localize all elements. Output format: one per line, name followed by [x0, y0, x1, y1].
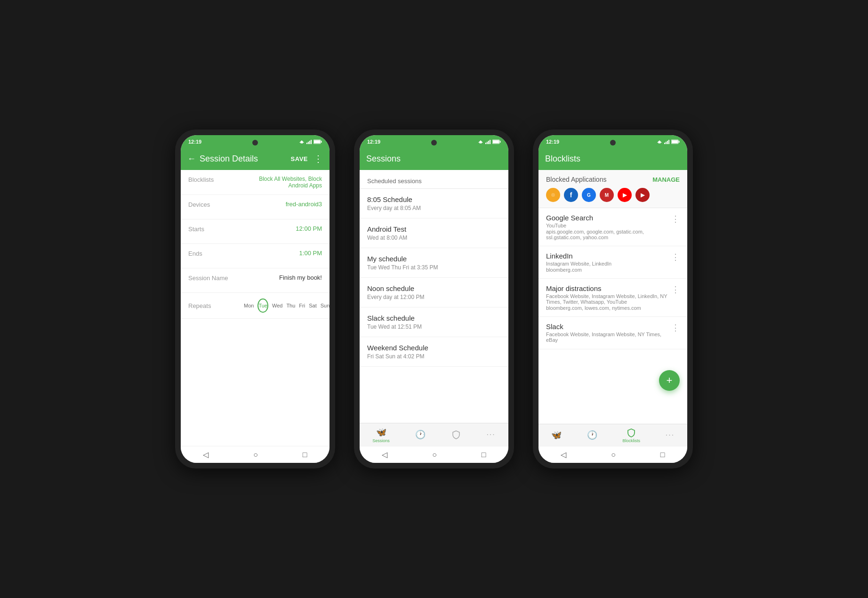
android-nav-2: ◁ ○ □	[360, 446, 508, 463]
app-bar-actions: SAVE ⋮	[291, 153, 323, 164]
status-time: 12:19	[188, 139, 201, 145]
day-btn-tue[interactable]: Tue	[257, 299, 268, 313]
session-time-5: Fri Sat Sun at 4:02 PM	[367, 353, 501, 360]
phone-notch-3	[610, 140, 616, 145]
nav-more[interactable]: ···	[486, 430, 495, 440]
back-icon[interactable]: ←	[187, 154, 196, 164]
day-btn-thu[interactable]: Thu	[286, 299, 295, 313]
android-nav: ◁ ○ □	[181, 446, 330, 463]
manage-button[interactable]: MANAGE	[652, 176, 680, 183]
svg-rect-5	[311, 140, 312, 144]
nav-sessions[interactable]: 🦋 Sessions	[372, 427, 390, 443]
status-icons	[298, 139, 322, 144]
session-item-0[interactable]: 8:05 Schedule Every day at 8:05 AM	[360, 189, 508, 218]
phone-session-details: 12:19 ← Session Details	[175, 129, 335, 469]
blocked-apps-header-row: Blocked Applications MANAGE	[546, 176, 680, 183]
blocklists-label: Blocklists	[188, 176, 240, 183]
svg-rect-14	[490, 140, 490, 144]
session-item-5[interactable]: Weekend Schedule Fri Sat Sun at 4:02 PM	[360, 337, 508, 367]
session-name-3: Noon schedule	[367, 284, 501, 292]
blocklist-urls-1: bloomberg.com	[546, 267, 667, 273]
session-time-2: Tue Wed Thu Fri at 3:35 PM	[367, 264, 501, 271]
devices-label: Devices	[188, 201, 240, 208]
session-item-3[interactable]: Noon schedule Every day at 12:00 PM	[360, 278, 508, 307]
app-bar-title-3: Blocklists	[545, 154, 681, 164]
session-name-label: Session Name	[188, 274, 240, 282]
history-nav-icon-3: 🕐	[587, 430, 597, 440]
day-btn-mon[interactable]: Mon	[244, 299, 254, 313]
nav-history[interactable]: 🕐	[415, 429, 426, 441]
starts-label: Starts	[188, 225, 240, 233]
history-nav-icon: 🕐	[415, 429, 426, 440]
day-btn-wed[interactable]: Wed	[272, 299, 282, 313]
phone-screen-2: 12:19 Sessions Sched	[360, 135, 508, 463]
blocklist-more-3[interactable]: ⋮	[667, 323, 680, 333]
session-name-1: Android Test	[367, 225, 501, 233]
nav-back[interactable]: ◁	[203, 450, 209, 459]
blocklist-more-1[interactable]: ⋮	[667, 252, 680, 262]
nav-recents-3[interactable]: □	[660, 451, 665, 459]
svg-point-28	[551, 193, 555, 197]
app-icon-youtube1: ▶	[618, 188, 632, 202]
app-icon-facebook: f	[564, 188, 578, 202]
svg-rect-12	[487, 142, 488, 144]
more-options-icon[interactable]: ⋮	[313, 153, 323, 164]
nav-home-3[interactable]: ○	[611, 451, 616, 459]
ends-field-row: Ends 1:00 PM	[181, 244, 330, 268]
more-nav-icon-3: ···	[666, 431, 675, 439]
session-time-3: Every day at 12:00 PM	[367, 294, 501, 300]
phone-screen: 12:19 ← Session Details	[181, 135, 330, 463]
session-time-1: Wed at 8:00 AM	[367, 234, 501, 241]
nav-blocklists-3[interactable]: Blocklists	[622, 428, 640, 443]
nav-recents-2[interactable]: □	[482, 451, 486, 459]
blocklist-more-2[interactable]: ⋮	[667, 284, 680, 295]
nav-history-3[interactable]: 🕐	[587, 430, 597, 441]
session-item-4[interactable]: Slack schedule Tue Wed at 12:51 PM	[360, 307, 508, 337]
save-button[interactable]: SAVE	[291, 155, 308, 162]
session-name-value[interactable]: Finish my book!	[240, 274, 322, 281]
battery-icon	[313, 139, 322, 144]
svg-rect-13	[488, 141, 489, 144]
ends-value[interactable]: 1:00 PM	[240, 250, 322, 257]
nav-more-3[interactable]: ···	[666, 431, 675, 440]
blocklists-nav-icon	[451, 430, 461, 439]
nav-home[interactable]: ○	[253, 451, 258, 459]
day-btn-fri[interactable]: Fri	[299, 299, 305, 313]
svg-rect-16	[500, 141, 501, 143]
day-btn-sun[interactable]: Sun	[321, 299, 330, 313]
svg-rect-22	[667, 141, 668, 144]
blocklist-more-0[interactable]: ⋮	[667, 214, 680, 224]
blocklist-name-3: Slack	[546, 323, 667, 331]
app-icon-gmail: M	[600, 188, 614, 202]
session-item-2[interactable]: My schedule Tue Wed Thu Fri at 3:35 PM	[360, 248, 508, 278]
blocklist-item-3[interactable]: Slack Facebook Website, Instagram Websit…	[538, 317, 687, 349]
nav-back-3[interactable]: ◁	[561, 450, 566, 459]
nav-recents[interactable]: □	[303, 451, 307, 459]
nav-sessions-3[interactable]: 🦋	[551, 430, 562, 441]
nav-blocklists[interactable]	[451, 430, 461, 440]
blocklists-field-row: Blocklists Block All Websites, Block And…	[181, 170, 330, 195]
blocklists-value[interactable]: Block All Websites, Block Android Apps	[240, 176, 322, 189]
blocklist-item-2[interactable]: Major distractions Facebook Website, Ins…	[538, 279, 687, 317]
android-nav-3: ◁ ○ □	[538, 446, 687, 463]
phone-sessions: 12:19 Sessions Sched	[354, 129, 514, 469]
blocklist-item-content-3: Slack Facebook Website, Instagram Websit…	[546, 323, 667, 343]
nav-home-2[interactable]: ○	[432, 451, 437, 459]
blocklist-item-1[interactable]: LinkedIn Instagram Website, LinkedIn blo…	[538, 246, 687, 279]
status-icons-3	[656, 139, 680, 144]
phone-blocklists: 12:19 Blocklists	[533, 129, 693, 469]
starts-field-row: Starts 12:00 PM	[181, 219, 330, 244]
app-icon-google: G	[582, 188, 596, 202]
day-btn-sat[interactable]: Sat	[309, 299, 317, 313]
session-item-1[interactable]: Android Test Wed at 8:00 AM	[360, 218, 508, 248]
starts-value[interactable]: 12:00 PM	[240, 225, 322, 232]
blocklist-item-content-0: Google Search YouTube apis.google.com, g…	[546, 214, 667, 240]
app-bar-title-2: Sessions	[366, 154, 502, 164]
add-blocklist-fab[interactable]: +	[659, 370, 680, 391]
wifi-icon	[298, 139, 305, 144]
scheduled-sessions-header: Scheduled sessions	[360, 170, 508, 189]
svg-rect-7	[321, 141, 322, 143]
blocklist-item-0[interactable]: Google Search YouTube apis.google.com, g…	[538, 208, 687, 246]
nav-back-2[interactable]: ◁	[382, 450, 387, 459]
devices-value[interactable]: fred-android3	[240, 201, 322, 208]
